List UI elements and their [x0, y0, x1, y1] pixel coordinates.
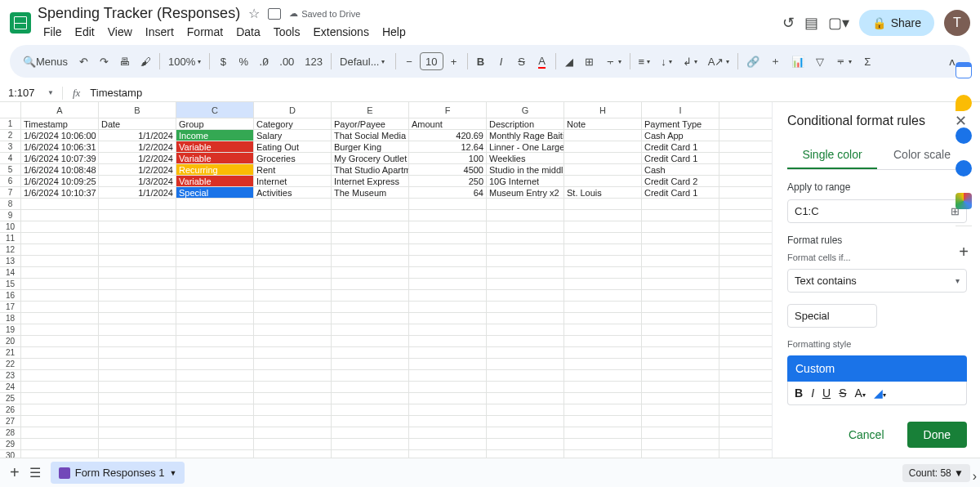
- cell[interactable]: [21, 427, 99, 439]
- cell[interactable]: [332, 393, 409, 404]
- redo-icon[interactable]: ↷: [94, 50, 114, 73]
- style-strike-icon[interactable]: S: [839, 386, 846, 400]
- cell[interactable]: [409, 244, 487, 256]
- cell[interactable]: [176, 199, 254, 210]
- cell[interactable]: [254, 199, 332, 210]
- cell[interactable]: [564, 279, 642, 290]
- cell[interactable]: Credit Card 1: [642, 153, 719, 164]
- menu-help[interactable]: Help: [376, 24, 412, 40]
- all-sheets-icon[interactable]: ☰: [29, 465, 41, 480]
- cell[interactable]: 1/6/2024 10:06:31: [21, 141, 99, 153]
- cell[interactable]: Income: [176, 130, 254, 141]
- cell[interactable]: [254, 382, 332, 393]
- cell[interactable]: Internet Express: [332, 176, 409, 187]
- cell[interactable]: [254, 439, 332, 450]
- cell[interactable]: [642, 439, 719, 450]
- cell[interactable]: [487, 256, 564, 267]
- style-fill-color-icon[interactable]: ◢▾: [874, 386, 886, 400]
- cell[interactable]: [487, 393, 564, 404]
- cell[interactable]: [487, 416, 564, 427]
- cell[interactable]: [642, 427, 719, 439]
- column-header[interactable]: C: [176, 102, 254, 118]
- cell[interactable]: [99, 404, 176, 416]
- cell[interactable]: [332, 313, 409, 324]
- cell[interactable]: Amount: [409, 118, 487, 130]
- cell[interactable]: [21, 221, 99, 233]
- cell[interactable]: [21, 347, 99, 359]
- cell[interactable]: [254, 416, 332, 427]
- cell[interactable]: [487, 382, 564, 393]
- condition-value-input[interactable]: Special: [787, 304, 877, 328]
- cell[interactable]: [99, 324, 176, 336]
- row-header[interactable]: 9: [0, 210, 21, 221]
- row-header[interactable]: 22: [0, 359, 21, 370]
- cell[interactable]: Variable: [176, 141, 254, 153]
- cell[interactable]: 1/1/2024: [99, 187, 176, 199]
- cell[interactable]: 10G Internet: [487, 176, 564, 187]
- cell[interactable]: [332, 267, 409, 279]
- row-header[interactable]: 6: [0, 176, 21, 187]
- cell[interactable]: [332, 221, 409, 233]
- cell[interactable]: [719, 324, 772, 336]
- row-header[interactable]: 27: [0, 416, 21, 427]
- cell[interactable]: [332, 302, 409, 313]
- cell[interactable]: [719, 210, 772, 221]
- cell[interactable]: [99, 244, 176, 256]
- done-button[interactable]: Done: [907, 422, 967, 448]
- cell[interactable]: 1/2/2024: [99, 164, 176, 176]
- cell[interactable]: [642, 382, 719, 393]
- increase-font-icon[interactable]: +: [444, 50, 464, 73]
- cell[interactable]: Payor/Payee: [332, 118, 409, 130]
- italic-icon[interactable]: I: [492, 50, 511, 73]
- paint-format-icon[interactable]: 🖌: [136, 50, 156, 73]
- cell[interactable]: Credit Card 2: [642, 176, 719, 187]
- cell[interactable]: [176, 244, 254, 256]
- cell[interactable]: [176, 290, 254, 302]
- cell[interactable]: [176, 427, 254, 439]
- cell[interactable]: [487, 233, 564, 244]
- cell[interactable]: [176, 210, 254, 221]
- cell[interactable]: [719, 302, 772, 313]
- cell[interactable]: [409, 382, 487, 393]
- row-header[interactable]: 24: [0, 382, 21, 393]
- cell[interactable]: [254, 221, 332, 233]
- cell[interactable]: [409, 290, 487, 302]
- cell[interactable]: [332, 244, 409, 256]
- cell[interactable]: [564, 324, 642, 336]
- cell[interactable]: Note: [564, 118, 642, 130]
- link-icon[interactable]: 🔗: [742, 50, 764, 73]
- cell[interactable]: [719, 244, 772, 256]
- cell[interactable]: Cash: [642, 164, 719, 176]
- cell[interactable]: [564, 256, 642, 267]
- cell[interactable]: [99, 233, 176, 244]
- cell[interactable]: [564, 267, 642, 279]
- style-italic-icon[interactable]: I: [811, 386, 814, 400]
- cell[interactable]: [176, 267, 254, 279]
- decrease-font-icon[interactable]: −: [399, 50, 419, 73]
- cell[interactable]: [719, 439, 772, 450]
- cell[interactable]: [99, 382, 176, 393]
- cell[interactable]: [176, 336, 254, 347]
- row-header[interactable]: 12: [0, 244, 21, 256]
- cell[interactable]: [642, 336, 719, 347]
- cell[interactable]: [564, 404, 642, 416]
- row-header[interactable]: 3: [0, 141, 21, 153]
- column-header[interactable]: [719, 102, 772, 118]
- cell[interactable]: [21, 244, 99, 256]
- wrap-icon[interactable]: ↲: [678, 50, 702, 73]
- row-header[interactable]: 20: [0, 336, 21, 347]
- cell[interactable]: [21, 199, 99, 210]
- cell[interactable]: [332, 427, 409, 439]
- cell[interactable]: 1/6/2024 10:10:37: [21, 187, 99, 199]
- cell[interactable]: Salary: [254, 130, 332, 141]
- cell[interactable]: [21, 393, 99, 404]
- doc-title[interactable]: Spending Tracker (Responses): [38, 5, 240, 22]
- menu-data[interactable]: Data: [230, 24, 266, 40]
- share-button[interactable]: 🔒 Share: [859, 10, 934, 36]
- cell[interactable]: [176, 324, 254, 336]
- increase-decimal-icon[interactable]: .00: [274, 50, 299, 73]
- cell[interactable]: Timestamp: [21, 118, 99, 130]
- account-avatar[interactable]: T: [944, 10, 970, 36]
- row-header[interactable]: 4: [0, 153, 21, 164]
- cell[interactable]: [409, 404, 487, 416]
